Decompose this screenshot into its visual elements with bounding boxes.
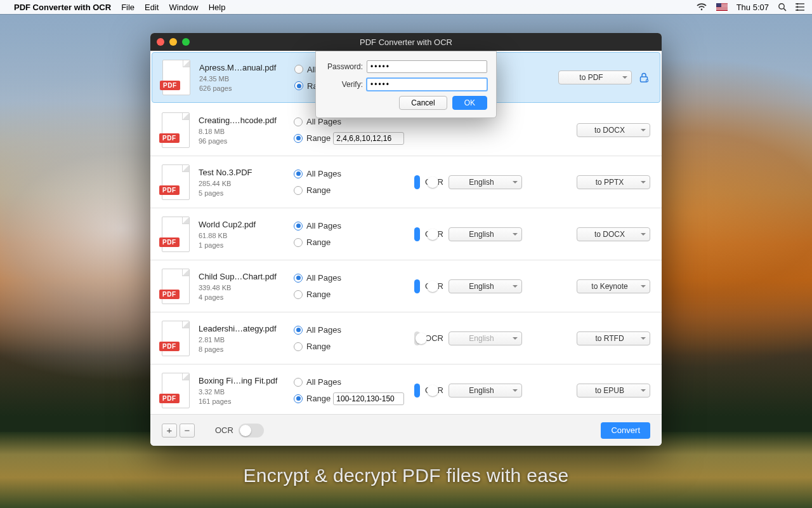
- file-size: 339.48 KB: [199, 284, 294, 291]
- range-input[interactable]: [333, 132, 404, 145]
- range-option[interactable]: Range: [294, 288, 414, 302]
- ocr-column: OCR English: [414, 279, 522, 293]
- pdf-badge: PDF: [159, 290, 180, 299]
- format-dropdown[interactable]: to PDF: [558, 70, 632, 84]
- range-option[interactable]: Range: [294, 184, 414, 197]
- range-label: Range: [306, 133, 331, 143]
- format-dropdown[interactable]: to DOCX: [577, 227, 650, 241]
- file-row[interactable]: PDF Boxing Fi…ing Fit.pdf 3.32 MB 161 pa…: [150, 364, 662, 414]
- format-column: to EPUB: [522, 384, 650, 398]
- range-option[interactable]: Range: [294, 392, 414, 406]
- file-size: 61.88 KB: [199, 232, 294, 239]
- menu-window[interactable]: Window: [169, 3, 198, 12]
- pdf-badge: PDF: [160, 81, 180, 90]
- pdf-file-icon: PDF: [162, 321, 190, 356]
- svg-point-14: [797, 10, 799, 11]
- file-pages: 4 pages: [199, 293, 294, 301]
- window-close-button[interactable]: [157, 38, 164, 46]
- ocr-switch[interactable]: [414, 175, 420, 189]
- file-name: Test No.3.PDF: [199, 168, 294, 177]
- window-minimize-button[interactable]: [169, 38, 177, 46]
- file-info: Boxing Fi…ing Fit.pdf 3.32 MB 161 pages: [199, 376, 294, 405]
- convert-button[interactable]: Convert: [601, 422, 650, 439]
- format-dropdown[interactable]: to DOCX: [577, 123, 650, 137]
- format-dropdown[interactable]: to RTFD: [577, 331, 650, 345]
- flag-icon[interactable]: [716, 3, 728, 11]
- file-row[interactable]: PDF Leadershi…ategy.pdf 2.81 MB 8 pages …: [150, 312, 662, 364]
- global-ocr-label: OCR: [215, 425, 233, 435]
- file-info: Apress.M…anual.pdf 24.35 MB 626 pages: [199, 63, 294, 92]
- svg-point-12: [797, 3, 799, 4]
- language-dropdown[interactable]: English: [449, 331, 522, 345]
- radio-icon: [294, 222, 303, 231]
- range-label: Range: [306, 237, 331, 247]
- svg-rect-5: [716, 9, 728, 10]
- format-column: to RTFD: [522, 331, 650, 345]
- format-dropdown[interactable]: to EPUB: [577, 384, 650, 398]
- format-dropdown[interactable]: to PPTX: [577, 175, 650, 189]
- file-info: Creating.…hcode.pdf 8.18 MB 96 pages: [199, 116, 294, 145]
- file-row[interactable]: PDF Test No.3.PDF 285.44 KB 5 pages All …: [150, 156, 662, 208]
- file-pages: 1 pages: [199, 241, 294, 249]
- verify-input[interactable]: [367, 78, 487, 91]
- radio-icon: [294, 81, 303, 90]
- all-pages-option[interactable]: All Pages: [294, 323, 414, 337]
- all-pages-option[interactable]: All Pages: [294, 271, 414, 285]
- lock-icon[interactable]: [638, 72, 650, 83]
- wifi-icon[interactable]: [696, 3, 707, 11]
- all-pages-option[interactable]: All Pages: [294, 167, 414, 181]
- ocr-switch[interactable]: [414, 279, 420, 293]
- format-column: to DOCX: [522, 227, 650, 241]
- dialog-ok-button[interactable]: OK: [452, 96, 487, 110]
- global-ocr-switch[interactable]: [239, 424, 264, 438]
- radio-icon: [294, 170, 303, 178]
- format-dropdown[interactable]: to Keynote: [577, 279, 650, 293]
- radio-icon: [294, 290, 303, 299]
- spotlight-icon[interactable]: [778, 3, 787, 11]
- file-row[interactable]: PDF Child Sup…Chart.pdf 339.48 KB 4 page…: [150, 260, 662, 312]
- remove-file-button[interactable]: −: [180, 424, 195, 438]
- ocr-column: OCR English: [414, 175, 522, 189]
- range-option[interactable]: Range: [294, 340, 414, 354]
- window-zoom-button[interactable]: [182, 38, 190, 46]
- menu-edit[interactable]: Edit: [145, 3, 159, 12]
- notification-center-icon[interactable]: [796, 3, 804, 11]
- menubar-clock[interactable]: Thu 5:07: [737, 3, 769, 12]
- radio-icon: [294, 238, 303, 247]
- add-file-button[interactable]: +: [162, 424, 177, 438]
- pdf-badge: PDF: [159, 342, 180, 351]
- file-pages: 161 pages: [199, 398, 294, 405]
- range-option[interactable]: Range: [294, 131, 414, 145]
- radio-icon: [294, 274, 303, 283]
- file-size: 285.44 KB: [199, 180, 294, 187]
- language-dropdown[interactable]: English: [449, 384, 522, 398]
- range-option[interactable]: Range: [294, 236, 414, 250]
- file-pages: 8 pages: [199, 345, 294, 353]
- language-dropdown[interactable]: English: [449, 279, 522, 293]
- all-pages-option[interactable]: All Pages: [294, 219, 414, 233]
- range-input[interactable]: [333, 392, 404, 405]
- pdf-badge: PDF: [159, 237, 180, 247]
- radio-icon: [294, 342, 303, 351]
- ocr-switch[interactable]: [414, 227, 420, 241]
- dialog-cancel-button[interactable]: Cancel: [399, 96, 447, 110]
- menubar-app-name[interactable]: PDF Converter with OCR: [14, 3, 111, 12]
- language-dropdown[interactable]: English: [449, 175, 522, 189]
- ocr-column: OCR English: [414, 331, 522, 345]
- menu-help[interactable]: Help: [209, 3, 226, 12]
- range-label: Range: [306, 342, 331, 351]
- ocr-switch[interactable]: [414, 384, 420, 398]
- language-dropdown[interactable]: English: [449, 227, 522, 241]
- all-pages-label: All Pages: [306, 273, 341, 283]
- titlebar[interactable]: PDF Converter with OCR: [150, 33, 662, 51]
- file-info: Child Sup…Chart.pdf 339.48 KB 4 pages: [199, 272, 294, 301]
- file-row[interactable]: PDF World Cup2.pdf 61.88 KB 1 pages All …: [150, 208, 662, 260]
- all-pages-option[interactable]: All Pages: [294, 375, 414, 389]
- ocr-switch[interactable]: [414, 331, 420, 345]
- radio-icon: [294, 65, 303, 74]
- bottombar: + − OCR Convert: [150, 414, 662, 446]
- pdf-file-icon: PDF: [162, 164, 190, 200]
- file-name: Leadershi…ategy.pdf: [199, 324, 294, 333]
- password-input[interactable]: [367, 60, 487, 73]
- menu-file[interactable]: File: [121, 3, 134, 12]
